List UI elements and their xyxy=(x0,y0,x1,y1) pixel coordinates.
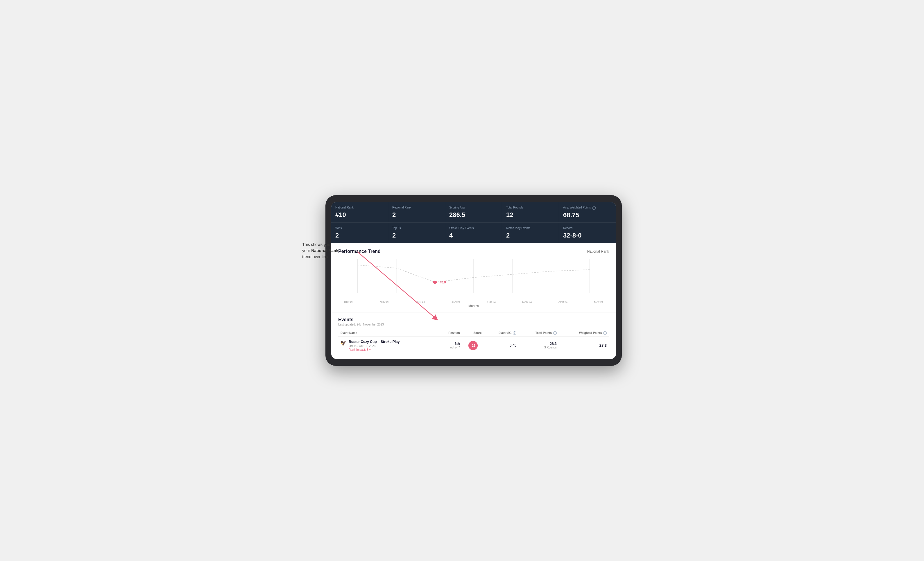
event-sg-info-icon: i xyxy=(513,331,516,335)
stat-record-label: Record xyxy=(563,226,612,230)
stat-top3s-label: Top 3s xyxy=(392,226,441,230)
score-badge: -22 xyxy=(468,341,478,350)
x-label-nov23: NOV 23 xyxy=(380,301,389,304)
stat-match-play-value: 2 xyxy=(506,232,555,239)
stat-stroke-play: Stroke Play Events 4 xyxy=(445,223,502,243)
stat-wins-label: Wins xyxy=(335,226,384,230)
table-row: 🦅 Buster Cozy Cup – Stroke Play Oct 9 – … xyxy=(338,337,609,354)
event-name: Buster Cozy Cup – Stroke Play xyxy=(349,340,399,344)
stat-scoring-avg-value: 286.5 xyxy=(449,211,498,218)
stat-regional-rank: Regional Rank 2 xyxy=(388,202,445,223)
stat-record-value: 32-8-0 xyxy=(563,232,612,239)
weighted-points-value: 28.3 xyxy=(559,337,609,354)
total-points-info-icon: i xyxy=(553,331,557,335)
col-total-points: Total Points i xyxy=(519,329,559,337)
position-sub: out of 7 xyxy=(440,346,460,349)
position-main: 6th xyxy=(440,342,460,346)
stat-top3s-value: 2 xyxy=(392,232,441,239)
svg-text:#10: #10 xyxy=(440,280,446,284)
weighted-points-info-icon: i xyxy=(603,331,607,335)
stat-match-play-label: Match Play Events xyxy=(506,226,555,230)
tablet-screen: National Rank #10 Regional Rank 2 Scorin… xyxy=(331,202,616,359)
stat-total-rounds-value: 12 xyxy=(506,211,555,218)
stat-wins-value: 2 xyxy=(335,232,384,239)
col-score: Score xyxy=(462,329,484,337)
x-label-may24: MAY 24 xyxy=(594,301,603,304)
stat-regional-rank-value: 2 xyxy=(392,211,441,218)
events-last-updated: Last updated: 24th November 2023 xyxy=(338,323,609,326)
stats-row2: Wins 2 Top 3s 2 Stroke Play Events 4 Mat… xyxy=(331,223,616,243)
outer-container: This shows you your National Rank trend … xyxy=(302,195,622,366)
col-event-name: Event Name xyxy=(338,329,437,337)
stat-total-rounds: Total Rounds 12 xyxy=(502,202,559,223)
stat-stroke-play-value: 4 xyxy=(449,232,498,239)
event-sg-value: 0.45 xyxy=(484,337,519,354)
x-label-apr24: APR 24 xyxy=(558,301,567,304)
col-position: Position xyxy=(437,329,462,337)
stat-scoring-avg: Scoring Avg. 286.5 xyxy=(445,202,502,223)
stat-national-rank: National Rank #10 xyxy=(331,202,388,223)
stat-stroke-play-label: Stroke Play Events xyxy=(449,226,498,230)
x-label-jan24: JAN 24 xyxy=(452,301,460,304)
stat-record: Record 32-8-0 xyxy=(559,223,616,243)
position-cell: 6th out of 7 xyxy=(437,337,462,354)
performance-section: Performance Trend National Rank xyxy=(331,243,616,312)
stat-avg-weighted-points-label: Avg. Weighted Points i xyxy=(563,206,612,209)
stat-total-rounds-label: Total Rounds xyxy=(506,206,555,209)
chart-x-axis-title: Months xyxy=(338,304,609,308)
events-title: Events xyxy=(338,317,609,322)
annotation-line3: trend over time xyxy=(302,254,329,259)
x-label-dec23: DEC 23 xyxy=(416,301,425,304)
stat-regional-rank-label: Regional Rank xyxy=(392,206,441,209)
annotation-line2-prefix: your xyxy=(302,248,311,253)
x-label-mar24: MAR 24 xyxy=(522,301,532,304)
event-icon: 🦅 xyxy=(340,340,346,346)
stat-top3s: Top 3s 2 xyxy=(388,223,445,243)
tablet-frame: National Rank #10 Regional Rank 2 Scorin… xyxy=(326,195,622,366)
rank-impact-chevron-icon: ▼ xyxy=(369,349,371,351)
stat-scoring-avg-label: Scoring Avg. xyxy=(449,206,498,209)
score-cell: -22 xyxy=(462,337,484,354)
stat-national-rank-label: National Rank xyxy=(335,206,384,209)
annotation-line2-bold: National Rank xyxy=(311,248,338,253)
col-weighted-points: Weighted Points i xyxy=(559,329,609,337)
stat-national-rank-value: #10 xyxy=(335,211,384,218)
event-date: Oct 9 – Oct 10, 2023 xyxy=(349,344,399,347)
total-points-main: 28.3 xyxy=(521,342,557,346)
stat-match-play: Match Play Events 2 xyxy=(502,223,559,243)
total-points-cell: 28.3 3 Rounds xyxy=(519,337,559,354)
chart-svg: #10 xyxy=(338,259,609,299)
info-icon: i xyxy=(592,206,596,209)
stat-wins: Wins 2 xyxy=(331,223,388,243)
rank-impact: Rank Impact: 3 ▼ xyxy=(349,348,399,352)
events-section: Events Last updated: 24th November 2023 … xyxy=(331,312,616,359)
stat-avg-weighted-points: Avg. Weighted Points i 68.75 xyxy=(559,202,616,223)
stat-avg-weighted-points-value: 68.75 xyxy=(563,211,612,219)
annotation-line1: This shows you xyxy=(302,242,330,247)
performance-chart: #10 xyxy=(338,259,609,299)
svg-point-10 xyxy=(433,280,437,284)
event-name-cell: 🦅 Buster Cozy Cup – Stroke Play Oct 9 – … xyxy=(338,337,437,354)
col-event-sg: Event SG i xyxy=(484,329,519,337)
annotation-text: This shows you your National Rank trend … xyxy=(302,242,360,260)
chart-x-labels: OCT 23 NOV 23 DEC 23 JAN 24 FEB 24 MAR 2… xyxy=(338,301,609,304)
performance-header: Performance Trend National Rank xyxy=(338,249,609,254)
x-label-feb24: FEB 24 xyxy=(487,301,496,304)
events-table: Event Name Position Score Event SG i Tot… xyxy=(338,329,609,354)
performance-subtitle: National Rank xyxy=(587,250,609,253)
total-points-sub: 3 Rounds xyxy=(521,346,557,349)
x-label-oct23: OCT 23 xyxy=(344,301,353,304)
stats-row1: National Rank #10 Regional Rank 2 Scorin… xyxy=(331,202,616,223)
